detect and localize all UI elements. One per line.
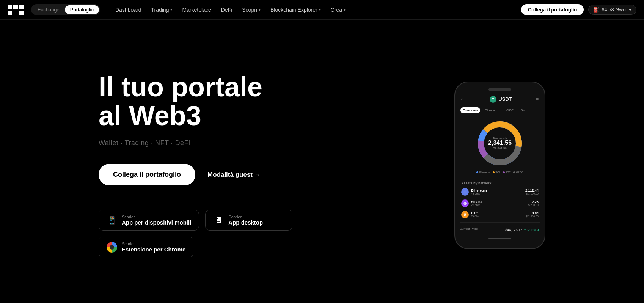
exchange-portfolio-toggle: Exchange Portafoglio bbox=[31, 4, 100, 15]
svg-rect-3 bbox=[8, 11, 12, 15]
blockchain-chevron-icon: ▾ bbox=[319, 8, 321, 12]
btc-name: BTC bbox=[471, 211, 479, 215]
download-desktop-btn[interactable]: 🖥 Scarica App desktop bbox=[205, 210, 292, 231]
nav-dashboard[interactable]: Dashboard bbox=[111, 5, 146, 15]
donut-value: 2,341.56 bbox=[488, 140, 512, 146]
donut-legend: Ethereum SOL BTC HECO bbox=[476, 171, 524, 174]
btc-dot bbox=[503, 171, 505, 173]
phone-tab-okc[interactable]: OKC bbox=[504, 107, 516, 113]
phone-tabs: Overview Ethereum OKC B≡ bbox=[460, 107, 540, 113]
hero-title: Il tuo portale al Web3 bbox=[99, 73, 311, 130]
guest-mode-btn[interactable]: Modalità guest → bbox=[207, 171, 261, 179]
gas-value: 64,58 Gwei bbox=[602, 7, 627, 13]
eth-name: Ethereum bbox=[471, 188, 487, 192]
sol-dot bbox=[493, 171, 495, 173]
sol-network-icon: ◎ bbox=[461, 199, 469, 207]
hero-subtitle: Wallet · Trading · NFT · DeFi bbox=[99, 139, 311, 147]
chrome-dl-title: Estensione per Chrome bbox=[122, 246, 185, 253]
mobile-dl-label: Scarica bbox=[122, 215, 191, 219]
gas-chevron-icon: ▾ bbox=[629, 7, 631, 13]
eth-amount: 2,112.44 bbox=[525, 188, 539, 192]
current-price-value: $44,123.12 bbox=[505, 228, 522, 232]
svg-rect-2 bbox=[19, 5, 24, 9]
usdt-icon: T bbox=[490, 96, 496, 103]
svg-rect-4 bbox=[19, 11, 24, 15]
legend-sol: SOL bbox=[493, 171, 501, 174]
scopri-chevron-icon: ▾ bbox=[259, 8, 261, 12]
hero-cta: Collega il portafoglio Modalità guest → bbox=[99, 164, 311, 185]
connect-wallet-btn[interactable]: Collega il portafoglio bbox=[521, 4, 584, 15]
chrome-dl-label: Scarica bbox=[122, 242, 185, 246]
assets-by-network: Assets by network Ξ Ethereum 48.66% 2,11… bbox=[460, 181, 540, 218]
donut-label: Total assets bbox=[488, 137, 512, 140]
hero-content: Il tuo portale al Web3 Wallet · Trading … bbox=[99, 73, 311, 257]
trading-chevron-icon: ▾ bbox=[170, 8, 172, 12]
sol-amount: 12.23 bbox=[528, 200, 539, 204]
crea-chevron-icon: ▾ bbox=[344, 8, 346, 12]
donut-chart: Total assets 2,341.56 $2,341.56 bbox=[475, 119, 525, 168]
sol-usd: $ 230.00 bbox=[528, 204, 539, 206]
legend-heco: HECO bbox=[513, 171, 523, 174]
nav-crea[interactable]: Crea ▾ bbox=[326, 5, 350, 15]
legend-btc: BTC bbox=[503, 171, 511, 174]
sol-pct: 23.66% bbox=[471, 204, 482, 206]
phone-mockup: ‹ T USDT ≡ Overview Ethereum OKC B≡ bbox=[454, 82, 545, 249]
desktop-dl-label: Scarica bbox=[228, 215, 263, 219]
phone-notch bbox=[488, 88, 511, 91]
svg-rect-1 bbox=[13, 5, 18, 9]
chrome-icon bbox=[107, 242, 117, 253]
btc-usd: $ 2,400.00 bbox=[526, 215, 539, 218]
mobile-icon: 📱 bbox=[107, 215, 117, 226]
price-change: +12.1% ▲ bbox=[524, 228, 540, 232]
gas-pump-icon: ⛽ bbox=[593, 7, 599, 13]
download-mobile-btn[interactable]: 📱 Scarica App per dispositivi mobili bbox=[99, 210, 199, 231]
nav-defi[interactable]: DeFi bbox=[217, 5, 237, 15]
eth-usd: $ 1,100.00 bbox=[525, 192, 539, 195]
okx-logo[interactable] bbox=[8, 5, 24, 15]
svg-rect-0 bbox=[8, 5, 12, 9]
nav-blockchain-explorer[interactable]: Blockchain Explorer ▾ bbox=[266, 5, 325, 15]
phone-tab-overview[interactable]: Overview bbox=[460, 107, 480, 113]
hero-connect-btn[interactable]: Collega il portafoglio bbox=[99, 164, 195, 185]
hero-section: Il tuo portale al Web3 Wallet · Trading … bbox=[0, 20, 644, 303]
current-price-label: Current Price bbox=[460, 227, 478, 231]
nav-scopri[interactable]: Scopri ▾ bbox=[237, 5, 265, 15]
phone-menu-icon: ≡ bbox=[536, 97, 539, 102]
phone-tab-b[interactable]: B≡ bbox=[518, 107, 527, 113]
donut-chart-container: Total assets 2,341.56 $2,341.56 Ethereum… bbox=[460, 119, 540, 177]
heco-dot bbox=[513, 171, 515, 173]
ethereum-dot bbox=[476, 171, 478, 173]
nav-links: Dashboard Trading ▾ Marketplace DeFi Sco… bbox=[111, 5, 518, 15]
phone-back-icon: ‹ bbox=[461, 97, 463, 102]
navbar: Exchange Portafoglio Dashboard Trading ▾… bbox=[0, 0, 644, 20]
desktop-dl-title: App desktop bbox=[228, 219, 263, 226]
download-chrome-btn[interactable]: Scarica Estensione per Chrome bbox=[99, 237, 193, 257]
asset-row-solana: ◎ Solana 23.66% 12.23 $ 230.00 bbox=[461, 199, 539, 207]
phone-home-bar bbox=[488, 238, 511, 239]
phone-frame: ‹ T USDT ≡ Overview Ethereum OKC B≡ bbox=[454, 82, 545, 249]
phone-coin-name: T USDT bbox=[466, 96, 536, 103]
asset-row-btc: ₿ BTC 7.66% 0.04 $ 2,400.00 bbox=[461, 211, 539, 218]
btc-network-icon: ₿ bbox=[461, 211, 469, 218]
gas-tracker[interactable]: ⛽ 64,58 Gwei ▾ bbox=[588, 5, 636, 15]
eth-pct: 48.66% bbox=[471, 192, 487, 195]
donut-usd: $2,341.56 bbox=[488, 146, 512, 150]
phone-tab-ethereum[interactable]: Ethereum bbox=[482, 107, 502, 113]
assets-title: Assets by network bbox=[461, 181, 539, 185]
download-buttons: 📱 Scarica App per dispositivi mobili 🖥 S… bbox=[99, 210, 311, 257]
mobile-dl-title: App per dispositivi mobili bbox=[122, 219, 191, 226]
portfolio-toggle-btn[interactable]: Portafoglio bbox=[65, 5, 99, 14]
exchange-toggle-btn[interactable]: Exchange bbox=[32, 5, 65, 14]
desktop-icon: 🖥 bbox=[213, 215, 224, 226]
legend-ethereum: Ethereum bbox=[476, 171, 490, 174]
eth-network-icon: Ξ bbox=[461, 188, 469, 196]
nav-marketplace[interactable]: Marketplace bbox=[177, 5, 215, 15]
sol-name: Solana bbox=[471, 200, 482, 204]
nav-trading[interactable]: Trading ▾ bbox=[146, 5, 177, 15]
donut-center: Total assets 2,341.56 $2,341.56 bbox=[488, 137, 512, 150]
asset-row-ethereum: Ξ Ethereum 48.66% 2,112.44 $ 1,100.00 bbox=[461, 188, 539, 196]
btc-pct: 7.66% bbox=[471, 215, 479, 218]
phone-header: ‹ T USDT ≡ bbox=[460, 96, 540, 103]
navbar-right: Collega il portafoglio ⛽ 64,58 Gwei ▾ bbox=[521, 4, 636, 15]
phone-footer: Current Price $44,123.12 +12.1% ▲ bbox=[460, 222, 540, 232]
